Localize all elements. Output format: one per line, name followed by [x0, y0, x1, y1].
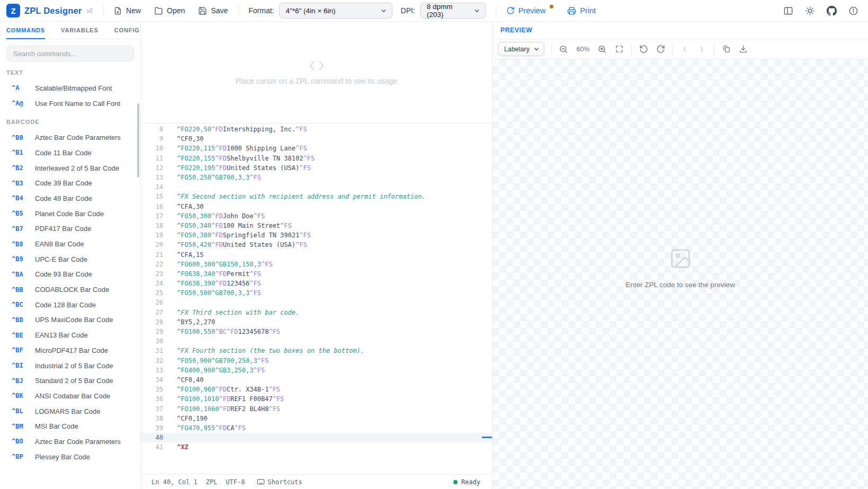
code-line-33[interactable]: 33^FO400,900^GB3,250,3^FS: [141, 366, 492, 375]
line-content: ^FO50,900^GB700,250,3^FS: [163, 357, 269, 364]
command-item[interactable]: ^BCCode 128 Bar Code: [6, 297, 134, 313]
code-line-21[interactable]: 21^CFA,15: [141, 250, 492, 259]
previous-label-icon[interactable]: [680, 44, 690, 54]
code-line-36[interactable]: 36^FO100,1010^FDREF1 F00B47^FS: [141, 394, 492, 404]
render-engine-select[interactable]: Labelary: [498, 42, 544, 56]
code-line-23[interactable]: 23^FO638,340^FDPermit^FS: [141, 269, 492, 279]
command-item[interactable]: ^B2Interleaved 2 of 5 Bar Code: [6, 161, 134, 176]
tab-variables[interactable]: VARIABLES: [61, 22, 99, 39]
undo-icon[interactable]: [639, 44, 649, 54]
code-line-11[interactable]: 11^FO220,155^FDShelbyville TN 38102^FS: [141, 154, 492, 163]
info-icon[interactable]: [848, 6, 858, 16]
print-button[interactable]: Print: [567, 6, 596, 15]
tab-commands[interactable]: COMMANDS: [6, 22, 45, 39]
code-line-27[interactable]: 27^FX Third section with bar code.: [141, 308, 492, 317]
command-item[interactable]: ^B5Planet Code Bar Code: [6, 206, 134, 221]
code-line-26[interactable]: 26: [141, 298, 492, 307]
command-item[interactable]: ^BJStandard 2 of 5 Bar Code: [6, 373, 134, 388]
command-item[interactable]: ^BACode 93 Bar Code: [6, 267, 134, 282]
command-item[interactable]: ^B1Code 11 Bar Code: [6, 145, 134, 161]
command-item[interactable]: ^BIIndustrial 2 of 5 Bar Code: [6, 358, 134, 374]
sidebar-scrollbar[interactable]: [137, 103, 139, 177]
divider: [673, 44, 673, 55]
line-number: 40: [141, 434, 163, 441]
download-icon[interactable]: [738, 44, 748, 54]
code-line-14[interactable]: 14: [141, 182, 492, 192]
command-item[interactable]: ^BFMicroPDF417 Bar Code: [6, 343, 134, 358]
code-line-8[interactable]: 8^FO220,50^FDIntershipping, Inc.^FS: [141, 125, 492, 134]
code-editor[interactable]: 8^FO220,50^FDIntershipping, Inc.^FS9^CF0…: [141, 123, 492, 474]
line-number: 25: [141, 289, 163, 297]
command-item[interactable]: ^BKANSI Codabar Bar Code: [6, 388, 134, 404]
dpi-select[interactable]: 8 dpmm (203): [420, 3, 486, 19]
code-line-39[interactable]: 39^FO470,955^FDCA^FS: [141, 423, 492, 433]
command-item[interactable]: ^B7PDF417 Bar Code: [6, 221, 134, 237]
next-label-icon[interactable]: [697, 44, 707, 54]
code-line-37[interactable]: 37^FO100,1060^FDREF2 BL4H8^FS: [141, 404, 492, 413]
line-content: ^FO600,300^GB150,150,3^FS: [163, 261, 273, 268]
format-select[interactable]: 4"*6" (4in × 6in): [279, 3, 392, 19]
code-line-16[interactable]: 16^CFA,30: [141, 202, 492, 211]
code-line-31[interactable]: 31^FX Fourth section (the two boxes on t…: [141, 346, 492, 355]
command-item[interactable]: ^BMMSI Bar Code: [6, 419, 134, 434]
save-button[interactable]: Save: [198, 6, 228, 15]
code-line-28[interactable]: 28^BY5,2,270: [141, 317, 492, 327]
shortcuts-button[interactable]: Shortcuts: [257, 478, 302, 486]
command-item[interactable]: ^B3Code 39 Bar Code: [6, 175, 134, 191]
zoom-out-icon[interactable]: [559, 44, 569, 54]
command-code: ^A: [12, 84, 35, 92]
code-line-19[interactable]: 19^FO50,380^FDSpringfield TN 39021^FS: [141, 230, 492, 240]
code-line-10[interactable]: 10^FO220,115^FD1000 Shipping Lane^FS: [141, 144, 492, 153]
command-item[interactable]: ^A@Use Font Name to Call Font: [6, 96, 134, 111]
line-number: 27: [141, 309, 163, 316]
code-line-17[interactable]: 17^FO50,300^FDJohn Doe^FS: [141, 211, 492, 221]
redo-icon[interactable]: [656, 44, 666, 54]
code-line-22[interactable]: 22^FO600,300^GB150,150,3^FS: [141, 260, 492, 269]
command-item[interactable]: ^BPPlessey Bar Code: [6, 449, 134, 465]
code-line-13[interactable]: 13^FO50,250^GB700,3,3^FS: [141, 173, 492, 182]
fit-screen-icon[interactable]: [614, 44, 624, 54]
theme-sun-icon[interactable]: [805, 6, 815, 16]
code-line-41[interactable]: 41^XZ: [141, 442, 492, 452]
command-code: ^BK: [12, 392, 35, 399]
line-content: ^FX Fourth section (the two boxes on the…: [163, 347, 364, 354]
new-button[interactable]: New: [113, 6, 141, 15]
code-line-25[interactable]: 25^FO50,500^GB700,3,3^FS: [141, 288, 492, 298]
command-item[interactable]: ^B0Aztec Bar Code Parameters: [6, 130, 134, 145]
line-number: 17: [141, 212, 163, 220]
code-line-24[interactable]: 24^FO638,390^FD123456^FS: [141, 279, 492, 288]
command-item[interactable]: ^BBCODABLOCK Bar Code: [6, 282, 134, 297]
code-line-18[interactable]: 18^FO50,340^FD100 Main Street^FS: [141, 221, 492, 230]
command-item[interactable]: ^B9UPC-E Bar Code: [6, 252, 134, 267]
code-line-15[interactable]: 15^FX Second section with recipient addr…: [141, 192, 492, 201]
preview-button[interactable]: Preview: [506, 6, 554, 15]
zoom-in-icon[interactable]: [597, 44, 607, 54]
code-line-12[interactable]: 12^FO220,195^FDUnited States (USA)^FS: [141, 163, 492, 173]
copy-icon[interactable]: [721, 44, 731, 54]
command-item[interactable]: ^BOAztec Bar Code Parameters: [6, 434, 134, 449]
command-label: Planet Code Bar Code: [35, 210, 104, 218]
dpi-select-value: 8 dpmm (203): [427, 3, 469, 19]
code-line-40[interactable]: 40: [141, 433, 492, 442]
panel-layout-icon[interactable]: [783, 6, 793, 16]
code-line-32[interactable]: 32^FO50,900^GB700,250,3^FS: [141, 356, 492, 366]
line-content: ^FO638,340^FDPermit^FS: [163, 270, 261, 278]
code-line-9[interactable]: 9^CF0,30: [141, 134, 492, 144]
command-item[interactable]: ^BDUPS MaxiCode Bar Code: [6, 313, 134, 328]
command-item[interactable]: ^B4Code 49 Bar Code: [6, 191, 134, 206]
code-line-30[interactable]: 30: [141, 336, 492, 346]
command-item[interactable]: ^B8EAN8 Bar Code: [6, 236, 134, 252]
github-icon[interactable]: [827, 6, 837, 16]
command-item[interactable]: ^BLLOGMARS Bar Code: [6, 404, 134, 419]
code-line-38[interactable]: 38^CF0,190: [141, 414, 492, 423]
command-item[interactable]: ^AScalable/Bitmapped Font: [6, 81, 134, 96]
code-line-35[interactable]: 35^FO100,960^FDCtr. X34B-1^FS: [141, 385, 492, 394]
command-item[interactable]: ^BEEAN13 Bar Code: [6, 327, 134, 343]
open-button[interactable]: Open: [154, 6, 185, 15]
code-line-20[interactable]: 20^FO50,420^FDUnited States (USA)^FS: [141, 240, 492, 250]
code-line-29[interactable]: 29^FO100,550^BC^FD12345678^FS: [141, 327, 492, 336]
code-line-34[interactable]: 34^CF0,40: [141, 375, 492, 385]
preview-panel: PREVIEW Labelary 60%: [493, 22, 868, 489]
tab-config[interactable]: CONFIG: [114, 22, 140, 39]
search-commands-input[interactable]: [6, 46, 134, 61]
